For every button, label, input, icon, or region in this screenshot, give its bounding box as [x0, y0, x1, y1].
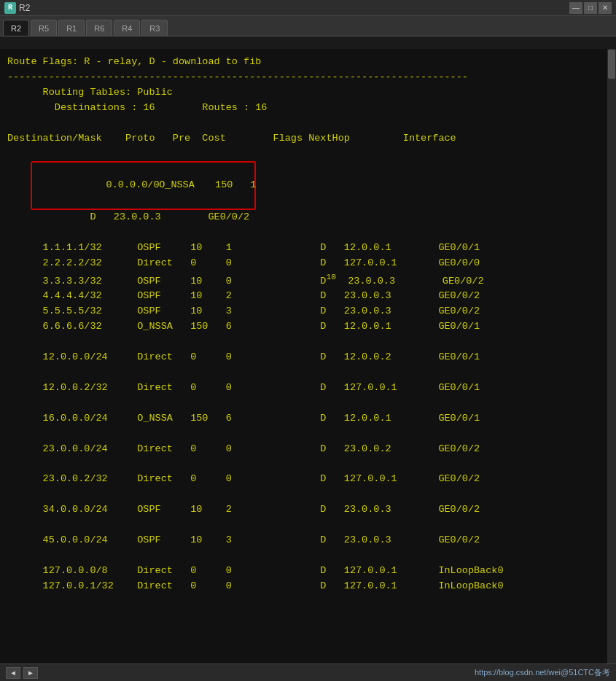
table-row: 12.0.0.0/24 Direct 0 0 D 12.0.0.2 GE0/0/…	[7, 350, 600, 365]
tab-r2[interactable]: R2	[3, 20, 29, 36]
table-row: 23.0.0.0/24 Direct 0 0 D 23.0.0.2 GE0/0/…	[7, 442, 600, 457]
scrollbar[interactable]	[607, 49, 616, 664]
tab-r3[interactable]: R3	[141, 20, 168, 36]
terminal: Route Flags: R - relay, D - download to …	[0, 49, 607, 664]
empty-line6	[7, 456, 600, 472]
table-row: 5.5.5.5/32 OSPF 10 3 D 23.0.0.3 GE0/0/2	[7, 304, 600, 319]
empty-line3	[7, 365, 600, 381]
table-row: 23.0.0.2/32 Direct 0 0 D 127.0.0.1 GE0/0…	[7, 472, 600, 487]
tab-bar: R2 R5 R1 R6 R4 R3	[0, 16, 616, 36]
routing-tables-line: Routing Tables: Public	[7, 85, 600, 101]
app-icon: R	[4, 2, 16, 14]
empty-line5	[7, 427, 600, 442]
table-row: 45.0.0.0/24 OSPF 10 3 D 23.0.0.3 GE0/0/2	[7, 533, 600, 548]
table-row: 16.0.0.0/24 O_NSSA 150 6 D 12.0.0.1 GE0/…	[7, 411, 600, 427]
title-bar-left: R R2	[4, 2, 30, 14]
tab-r1[interactable]: R1	[58, 20, 85, 36]
table-row: 0.0.0.0/0 O_NSSA 150 1 D 23.0.0.3 GE0/0/…	[7, 147, 600, 241]
tab-r4[interactable]: R4	[114, 20, 140, 36]
empty-line2	[7, 335, 600, 350]
status-url: https://blog.csdn.net/wei@51CTC备考	[475, 667, 610, 678]
bottom-nav: ◀ ▶	[6, 667, 38, 679]
header-line: Destination/Mask Proto Pre Cost Flags Ne…	[7, 131, 600, 147]
empty-line7	[7, 487, 600, 502]
bottom-bar: ◀ ▶ https://blog.csdn.net/wei@51CTC备考	[0, 664, 616, 681]
table-row: 4.4.4.4/32 OSPF 10 2 D 23.0.0.3 GE0/0/2	[7, 289, 600, 304]
table-row: 12.0.0.2/32 Direct 0 0 D 127.0.0.1 GE0/0…	[7, 381, 600, 396]
scrollbar-thumb[interactable]	[608, 50, 615, 79]
empty-line1	[7, 116, 600, 131]
table-row: 1.1.1.1/32 OSPF 10 1 D 12.0.0.1 GE0/0/1	[7, 241, 600, 256]
maximize-button[interactable]: □	[584, 2, 597, 14]
separator-line: ----------------------------------------…	[7, 70, 600, 85]
table-row: 6.6.6.6/32 O_NSSA 150 6 D 12.0.0.1 GE0/0…	[7, 319, 600, 335]
table-row: 127.0.0.0/8 Direct 0 0 D 127.0.0.1 InLoo…	[7, 564, 600, 579]
route-flags-line: Route Flags: R - relay, D - download to …	[7, 55, 600, 70]
minimize-button[interactable]: —	[569, 2, 582, 14]
tab-r5[interactable]: R5	[31, 20, 57, 36]
window-controls: — □ ✕	[569, 2, 612, 14]
empty-line9	[7, 548, 600, 564]
close-button[interactable]: ✕	[599, 2, 612, 14]
title-bar: R R2 — □ ✕	[0, 0, 616, 16]
table-row: 127.0.0.1/32 Direct 0 0 D 127.0.0.1 InLo…	[7, 579, 600, 594]
empty-line8	[7, 518, 600, 533]
scroll-right-button[interactable]: ▶	[23, 667, 38, 679]
dest-routes-line: Destinations : 16 Routes : 16	[7, 101, 600, 116]
window-title: R2	[19, 3, 30, 13]
tab-r6[interactable]: R6	[86, 20, 112, 36]
table-row: 2.2.2.2/32 Direct 0 0 D 127.0.0.1 GE0/0/…	[7, 256, 600, 271]
table-row: 3.3.3.3/32 OSPF 10 0 D10 23.0.0.3 GE0/0/…	[7, 271, 600, 289]
empty-line4	[7, 396, 600, 411]
table-row: 34.0.0.0/24 OSPF 10 2 D 23.0.0.3 GE0/0/2	[7, 502, 600, 518]
scroll-left-button[interactable]: ◀	[6, 667, 20, 679]
